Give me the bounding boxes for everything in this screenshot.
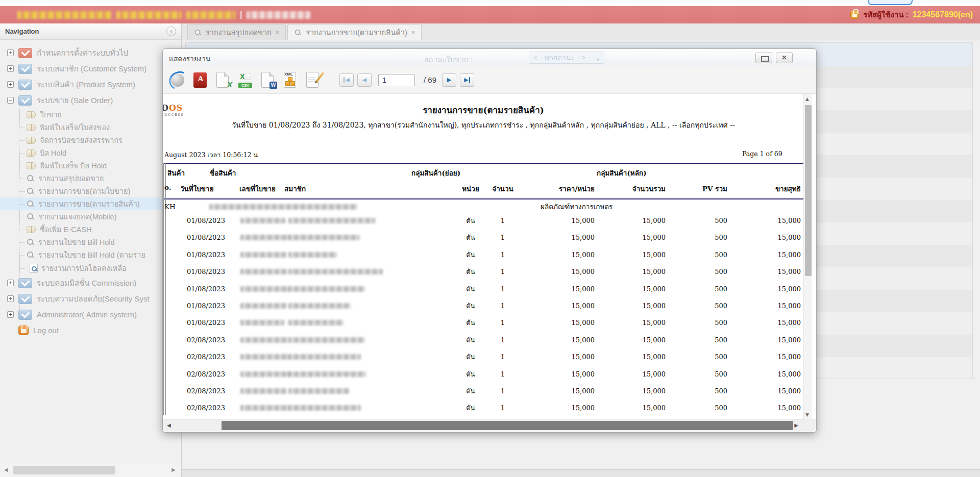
scroll-left-icon[interactable]: ◀ — [167, 422, 171, 428]
collapse-panel-button[interactable]: ‹ — [166, 27, 176, 36]
scroll-right-icon[interactable]: ▶ — [794, 422, 798, 428]
expand-icon[interactable]: + — [7, 311, 14, 318]
nav-item-18[interactable]: +ระบบความปลอดภัย(Security Syst — [0, 291, 181, 307]
nav-item-15[interactable]: รายงานใบขาย Bill Hold (ตามราย — [0, 248, 181, 261]
xml-export-icon[interactable]: XML — [281, 70, 300, 90]
maximize-button[interactable] — [755, 53, 772, 63]
modal-header[interactable]: แสดงรายงาน สถานะใบขาย : <-- ทุกสถานะ -->… — [163, 49, 816, 66]
expand-icon[interactable]: + — [7, 49, 14, 56]
total-amount: 15,000 — [615, 332, 666, 348]
report-vertical-scrollbar[interactable]: ▲ ▼ — [803, 94, 812, 420]
nav-item-label: กำหนดการตั้งค่าระบบทั่วไป — [37, 47, 128, 59]
quantity: 1 — [488, 348, 517, 365]
report-horizontal-scrollbar[interactable]: ◀ ▶ — [163, 419, 816, 432]
nav-item-5[interactable]: พิมพ์ใบเสร็จ/ใบส่งของ — [0, 121, 181, 134]
total-amount: 15,000 — [615, 348, 666, 365]
blurred-product-name — [209, 204, 357, 210]
col-header: สินค้า — [167, 167, 185, 179]
nav-item-10[interactable]: รายงานการขาย(ตามใบขาย) — [0, 185, 181, 197]
nav-item-2[interactable]: +ระบบสินค้า (Product System) — [0, 77, 181, 92]
unit: ตัน — [458, 399, 483, 416]
expand-icon[interactable]: + — [7, 65, 14, 72]
blurred-member-name — [288, 252, 337, 258]
nav-item-label: ระบบสินค้า (Product System) — [37, 79, 135, 91]
pv-total: 500 — [676, 332, 727, 348]
pv-total: 500 — [676, 399, 727, 416]
blurred-member-name — [288, 218, 375, 223]
browser-print-icon[interactable] — [169, 70, 187, 90]
nav-item-8[interactable]: พิมพ์ใบเสร็จ บิล Hold — [0, 159, 181, 172]
partial-button[interactable] — [868, 0, 913, 5]
nav-item-9[interactable]: รายงานสรุปยอดขาย — [0, 172, 181, 185]
nav-item-16[interactable]: รายงานการบิลโฮลคงเหลือ — [0, 261, 181, 275]
pdf-export-icon[interactable]: A — [191, 70, 210, 90]
nav-item-0[interactable]: +กำหนดการตั้งค่าระบบทั่วไป — [0, 45, 181, 61]
price-per-unit: 15,000 — [544, 399, 595, 416]
csv-export-icon[interactable]: X CSV — [236, 70, 255, 90]
collapse-icon[interactable]: − — [7, 97, 14, 104]
page-number-input[interactable] — [378, 74, 415, 86]
blurred-text — [116, 11, 182, 19]
expand-icon[interactable]: + — [7, 295, 14, 302]
nav-item-6[interactable]: จัดการบิลขายส่งสรรพากร — [0, 134, 181, 146]
expand-icon[interactable]: + — [7, 81, 14, 88]
col-header: จำนวนรวม — [615, 183, 666, 194]
sale-date: 01/08/2023 — [187, 246, 225, 263]
report-page: DOS SUCCESS รายงานการขาย(ตามรายสินค้า) ว… — [163, 94, 816, 420]
close-tab-icon[interactable]: × — [411, 29, 415, 36]
pv-total: 500 — [676, 314, 727, 331]
nav-item-1[interactable]: +ระบบสมาชิก (Customer System) — [0, 61, 181, 77]
envelope-icon — [18, 64, 32, 74]
report-subtitle: วันที่ใบขาย 01/08/2023 ถึง 31/08/2023, ท… — [163, 119, 803, 131]
word-export-icon[interactable]: W — [259, 70, 277, 90]
close-button[interactable]: ✕ — [776, 53, 793, 63]
horizontal-scrollbar-thumb[interactable] — [222, 421, 793, 430]
table-row: 02/08/2023ตัน115,00015,00050015,000 — [163, 399, 803, 416]
product-group-main: ผลิตภัณฑ์ทางการเกษตร — [541, 200, 612, 213]
table-rule — [163, 198, 803, 199]
blurred-member-name — [288, 269, 383, 274]
nav-horizontal-scrollbar[interactable]: ◀ ▶ — [0, 463, 181, 477]
tab-sales-by-product-report[interactable]: รายงานการขาย(ตามรายสินค้า) × — [287, 24, 422, 40]
nav-item-3[interactable]: −ระบบขาย (Sale Order) — [0, 92, 181, 108]
nav-item-label: รายงานการขาย(ตามรายสินค้า) — [38, 198, 140, 210]
next-page-button[interactable]: ▶ — [442, 73, 456, 87]
cube-shape — [290, 81, 295, 86]
nav-item-14[interactable]: รายงานใบขาย Bill Hold — [0, 236, 181, 248]
tab-label: รายงานสรุปยอดขาย — [206, 27, 272, 38]
first-page-button[interactable]: ◀ — [339, 73, 354, 87]
close-tab-icon[interactable]: × — [276, 29, 280, 36]
unit: ตัน — [458, 212, 483, 229]
nav-item-20[interactable]: Log out — [0, 322, 181, 338]
edit-report-icon[interactable] — [304, 70, 322, 90]
blurred-member-name — [288, 405, 361, 411]
nav-item-17[interactable]: +ระบบคอมมิสชั่น Commission) — [0, 275, 181, 291]
pdf-glyph: A — [191, 74, 210, 83]
prev-page-button[interactable]: ◀ — [357, 73, 372, 87]
scroll-left-icon[interactable]: ◀ — [4, 467, 8, 472]
tab-sales-summary-report[interactable]: รายงานสรุปยอดขาย × — [187, 24, 286, 40]
report-page-info: Page 1 of 69 — [742, 150, 782, 158]
scroll-right-icon[interactable]: ▶ — [172, 467, 176, 472]
quantity: 1 — [488, 281, 517, 297]
pv-total: 500 — [676, 263, 727, 280]
col-header: กลุ่มสินค้า(หลัก) — [597, 167, 647, 179]
unit: ตัน — [458, 366, 483, 383]
envelope-red-icon — [18, 48, 32, 58]
last-page-button[interactable]: ▶ — [460, 73, 474, 87]
book-icon — [27, 111, 36, 118]
quantity: 1 — [488, 297, 517, 314]
nav-item-7[interactable]: บิล Hold — [0, 146, 181, 159]
nav-item-13[interactable]: ซื้อเพิ่ม E-CASH — [0, 223, 181, 236]
nav-item-19[interactable]: +Administrator( Admin system) — [0, 307, 181, 322]
excel-export-icon[interactable]: X — [214, 70, 232, 90]
nav-item-12[interactable]: รายงานแจงยอด(Mobile) — [0, 210, 181, 223]
table-row: 02/08/2023ตัน115,00015,00050015,000 — [163, 348, 803, 365]
scroll-up-icon[interactable]: ▲ — [805, 96, 809, 102]
scroll-down-icon[interactable]: ▼ — [805, 412, 809, 417]
nav-item-11[interactable]: รายงานการขาย(ตามรายสินค้า) — [0, 197, 181, 210]
expand-icon[interactable]: + — [7, 280, 14, 286]
nav-scrollbar-thumb[interactable] — [13, 466, 115, 474]
vertical-scrollbar-thumb[interactable] — [805, 105, 812, 276]
nav-item-4[interactable]: ใบขาย — [0, 108, 181, 121]
